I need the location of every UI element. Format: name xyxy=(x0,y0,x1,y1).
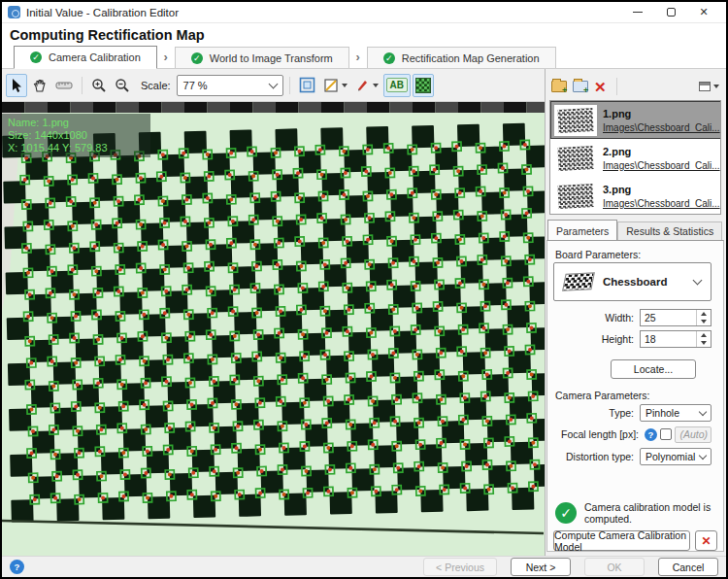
camera-parameters-label: Camera Parameters: xyxy=(555,390,649,401)
calibration-status: ✓ Camera calibration model is computed. xyxy=(555,501,715,525)
board-type-combobox[interactable]: Chessboard xyxy=(553,262,711,301)
dropdown-caret-icon xyxy=(373,84,379,87)
show-pattern-toggle-button[interactable] xyxy=(413,74,434,97)
fit-view-icon xyxy=(299,77,315,93)
add-image-button[interactable]: + xyxy=(551,81,567,92)
step-check-icon: ✓ xyxy=(383,52,395,64)
draw-tool-button[interactable] xyxy=(352,74,381,97)
image-list-item-3[interactable]: 3.png Images\Chessboard_Cali... ✓ xyxy=(550,177,721,215)
cursor-arrow-icon xyxy=(10,78,23,93)
height-spinner[interactable] xyxy=(696,331,711,347)
scale-label: Scale: xyxy=(141,80,171,91)
pan-tool-button[interactable] xyxy=(29,74,50,97)
height-input[interactable]: 18 xyxy=(640,330,711,348)
zoom-out-icon xyxy=(115,78,130,93)
image-path-link[interactable]: Images\Chessboard_Cali... xyxy=(603,122,720,133)
width-spinner[interactable] xyxy=(696,310,711,325)
zoom-out-button[interactable] xyxy=(112,74,133,97)
help-icon[interactable]: ? xyxy=(645,428,657,441)
scale-combobox[interactable]: 77 % xyxy=(177,75,283,96)
focal-length-checkbox[interactable] xyxy=(660,428,672,440)
calibration-image-canvas[interactable]: Name: 1.pngSize: 1440x1080X: 1015.44 Y: … xyxy=(2,102,545,556)
camera-type-combobox[interactable]: Pinhole xyxy=(640,404,711,422)
toolbar-separator xyxy=(289,77,290,94)
image-list-item-2[interactable]: 2.png Images\Chessboard_Cali... ✓ xyxy=(550,139,721,177)
board-type-value: Chessboard xyxy=(603,276,684,288)
width-label: Width: xyxy=(605,312,634,324)
step-tab-rectification-map[interactable]: ✓ Rectification Map Generation xyxy=(367,47,556,68)
cancel-button[interactable]: Cancel xyxy=(658,558,718,576)
step-check-icon: ✓ xyxy=(191,52,203,64)
view-mode-button[interactable] xyxy=(699,82,719,91)
add-folder-button[interactable]: + xyxy=(573,81,588,92)
image-name: 3.png xyxy=(603,184,720,195)
compute-calibration-button[interactable]: Compute Camera Calibration Model xyxy=(553,530,690,551)
ok-button[interactable]: OK xyxy=(584,558,645,576)
distortion-type-combobox[interactable]: Polynomial xyxy=(640,448,711,465)
height-value: 18 xyxy=(641,333,696,345)
focal-length-input[interactable]: (Auto) xyxy=(675,426,711,443)
image-thumbnail xyxy=(554,143,597,174)
svg-text:Name: 1.png: Name: 1.png xyxy=(8,117,69,128)
previous-button[interactable]: < Previous xyxy=(423,558,497,576)
minimize-icon xyxy=(633,12,643,13)
help-icon[interactable]: ? xyxy=(10,560,24,574)
camera-type-row: Type: Pinhole xyxy=(609,404,711,422)
step-tab-world-to-image[interactable]: ✓ World to Image Transform xyxy=(175,47,349,68)
image-path-link[interactable]: Images\Chessboard_Cali... xyxy=(603,160,720,171)
image-path-link[interactable]: Images\Chessboard_Cali... xyxy=(603,198,720,209)
distortion-type-value: Polynomial xyxy=(645,451,700,462)
step-check-icon: ✓ xyxy=(30,51,42,63)
close-button[interactable]: ✕ xyxy=(687,3,720,22)
chevron-down-icon xyxy=(268,79,278,88)
distortion-type-label: Distortion type: xyxy=(566,451,634,462)
zoom-in-button[interactable] xyxy=(88,74,110,97)
board-height-row: Height: 18 xyxy=(602,330,711,348)
view-mode-icon xyxy=(699,82,711,91)
tab-results-statistics[interactable]: Results & Statistics xyxy=(617,221,722,240)
step-label: Rectification Map Generation xyxy=(402,52,540,64)
dialog-footer: ? < Previous Next > OK Cancel xyxy=(2,556,726,577)
minimize-button[interactable] xyxy=(621,3,654,22)
ruler-icon xyxy=(55,80,73,91)
calibration-image-list: 1.png Images\Chessboard_Cali... ✓ 2.png … xyxy=(549,100,721,215)
image-name: 2.png xyxy=(603,146,720,157)
maximize-button[interactable] xyxy=(654,3,687,22)
labels-toggle-button[interactable]: AB xyxy=(383,74,411,97)
hand-icon xyxy=(32,78,48,93)
image-list-toolbar: + + ✕ xyxy=(546,75,725,98)
width-input[interactable]: 25 xyxy=(640,309,711,326)
chevron-down-icon xyxy=(699,407,707,415)
tab-parameters[interactable]: Parameters xyxy=(547,220,617,241)
remove-image-button[interactable]: ✕ xyxy=(594,80,607,94)
region-tool-button[interactable] xyxy=(320,74,350,97)
fit-to-view-button[interactable] xyxy=(296,74,318,97)
next-button[interactable]: Next > xyxy=(511,558,571,576)
pen-icon xyxy=(355,78,370,92)
scale-value: 77 % xyxy=(183,80,270,91)
type-label: Type: xyxy=(609,407,634,419)
image-list-item-1[interactable]: 1.png Images\Chessboard_Cali... ✓ xyxy=(550,101,721,139)
locate-button[interactable]: Locate... xyxy=(611,359,696,379)
window-title: Initial Value - Calibration Editor xyxy=(26,7,179,18)
chessboard-calibration-image: Name: 1.pngSize: 1440x1080X: 1015.44 Y: … xyxy=(2,102,545,556)
spin-up-icon xyxy=(701,312,707,316)
toolbar-separator xyxy=(82,77,83,94)
board-parameters-label: Board Parameters: xyxy=(555,249,641,260)
maximize-icon xyxy=(667,8,676,17)
dropdown-caret-icon xyxy=(342,84,347,87)
step-tab-camera-calibration[interactable]: ✓ Camera Calibration xyxy=(14,46,157,69)
focal-length-label: Focal length [px]: xyxy=(561,428,639,440)
right-panel: + + ✕ 1.png xyxy=(546,69,725,556)
distortion-type-row: Distortion type: Polynomial xyxy=(566,448,711,465)
image-thumbnail xyxy=(554,105,597,136)
abort-compute-button[interactable]: ✕ xyxy=(695,530,717,551)
title-bar: Initial Value - Calibration Editor ✕ xyxy=(2,2,726,23)
chevron-down-icon xyxy=(693,276,703,286)
wizard-steps: ✓ Camera Calibration › ✓ World to Image … xyxy=(2,46,726,69)
measure-tool-button[interactable] xyxy=(52,74,76,97)
select-tool-button[interactable] xyxy=(6,74,27,97)
spin-down-icon xyxy=(701,341,707,345)
spin-down-icon xyxy=(701,320,707,324)
zoom-in-icon xyxy=(91,78,107,93)
